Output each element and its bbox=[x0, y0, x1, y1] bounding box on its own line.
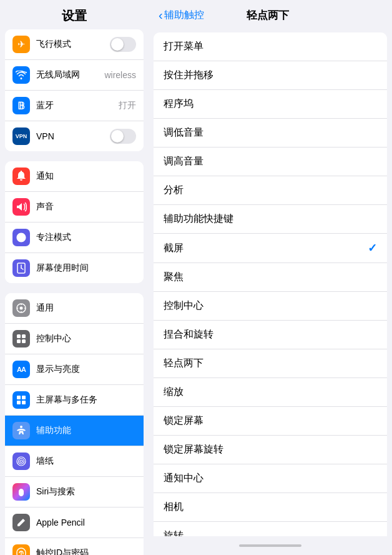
right-item-label-lock-screen: 锁定屏幕 bbox=[164, 414, 377, 428]
right-item-analyze[interactable]: 分析 bbox=[154, 176, 387, 205]
sidebar-item-wifi[interactable]: 无线局域网 wireless bbox=[5, 60, 144, 91]
right-item-lock-screen[interactable]: 锁定屏幕 bbox=[154, 407, 387, 436]
wallpaper-icon bbox=[12, 452, 30, 470]
right-item-vol-up[interactable]: 调高音量 bbox=[154, 148, 387, 176]
sidebar-label-vpn: VPN bbox=[36, 131, 110, 141]
right-item-zoom[interactable]: 缩放 bbox=[154, 378, 387, 407]
right-item-pinch-rotate[interactable]: 捏合和旋转 bbox=[154, 321, 387, 349]
sidebar-label-controlcenter: 控制中心 bbox=[36, 333, 136, 344]
right-item-vol-down[interactable]: 调低音量 bbox=[154, 119, 387, 148]
sidebar-item-wallpaper[interactable]: 墙纸 bbox=[5, 446, 144, 477]
right-item-label-press-drag: 按住并拖移 bbox=[164, 69, 377, 82]
sidebar-label-airplane: 飞行模式 bbox=[36, 39, 110, 50]
screentime-icon bbox=[12, 259, 30, 277]
airplane-icon: ✈ bbox=[12, 36, 30, 53]
sidebar-label-accessibility: 辅助功能 bbox=[36, 425, 136, 436]
right-item-label-analyze: 分析 bbox=[164, 184, 377, 197]
general-icon bbox=[12, 299, 30, 317]
right-item-label-rotate: 旋转 bbox=[164, 529, 377, 536]
wifi-icon bbox=[12, 66, 30, 84]
main-layout: 设置 ✈ 飞行模式 无线局域网 wireless bbox=[0, 0, 392, 555]
right-item-label-camera: 相机 bbox=[164, 501, 377, 514]
sidebar-item-bluetooth[interactable]: 𝔹 蓝牙 打开 bbox=[5, 91, 144, 121]
right-header: ‹ 辅助触控 轻点两下 bbox=[149, 0, 392, 28]
sidebar-group-main: 通用 控制中心 AA 显示与亮度 bbox=[5, 293, 144, 555]
svg-rect-11 bbox=[17, 339, 21, 343]
sound-icon bbox=[12, 198, 30, 216]
sidebar-item-focus[interactable]: 专注模式 bbox=[5, 222, 144, 253]
right-item-screenshot2[interactable]: 截屏✓ bbox=[154, 234, 387, 263]
sidebar-item-touchid[interactable]: 触控ID与密码 bbox=[5, 538, 144, 555]
sidebar-item-notification[interactable]: 通知 bbox=[5, 161, 144, 192]
svg-rect-13 bbox=[17, 396, 21, 399]
sidebar-item-home[interactable]: 主屏幕与多任务 bbox=[5, 385, 144, 416]
sidebar-item-pencil[interactable]: Apple Pencil bbox=[5, 508, 144, 538]
controlcenter-icon bbox=[12, 330, 30, 348]
right-item-label-lock-rotate: 锁定屏幕旋转 bbox=[164, 443, 377, 456]
right-item-label-vol-down: 调低音量 bbox=[164, 126, 377, 139]
right-item-label-screenshot: 程序坞 bbox=[164, 98, 377, 111]
sidebar-label-display: 显示与亮度 bbox=[36, 364, 136, 375]
right-item-lock-rotate[interactable]: 锁定屏幕旋转 bbox=[154, 436, 387, 464]
right-item-label-notification-center: 通知中心 bbox=[164, 472, 377, 485]
right-item-camera[interactable]: 相机 bbox=[154, 493, 387, 522]
back-button[interactable]: ‹ 辅助触控 bbox=[159, 8, 204, 22]
notification-icon bbox=[12, 168, 30, 185]
pencil-icon bbox=[12, 514, 30, 531]
accessibility-icon bbox=[12, 422, 30, 439]
vpn-toggle[interactable] bbox=[110, 129, 136, 144]
sidebar-title: 设置 bbox=[0, 0, 149, 29]
back-chevron-icon: ‹ bbox=[159, 8, 163, 22]
sidebar-item-general[interactable]: 通用 bbox=[5, 293, 144, 324]
right-item-label-focus: 聚焦 bbox=[164, 271, 377, 284]
sidebar-label-wallpaper: 墙纸 bbox=[36, 456, 136, 467]
sidebar-item-controlcenter[interactable]: 控制中心 bbox=[5, 324, 144, 354]
back-label: 辅助触控 bbox=[164, 9, 204, 22]
bottom-bar bbox=[149, 536, 392, 555]
right-item-label-open-menu: 打开菜单 bbox=[164, 40, 377, 53]
checkmark-icon-screenshot2: ✓ bbox=[368, 241, 377, 255]
right-item-screenshot[interactable]: 程序坞 bbox=[154, 90, 387, 119]
wifi-value: wireless bbox=[104, 70, 136, 80]
svg-rect-16 bbox=[22, 401, 26, 404]
focus-icon bbox=[12, 229, 30, 246]
right-item-double-tap[interactable]: 轻点两下 bbox=[154, 349, 387, 378]
sidebar-item-airplane[interactable]: ✈ 飞行模式 bbox=[5, 29, 144, 60]
right-items-group: 打开菜单按住并拖移程序坞调低音量调高音量分析辅助功能快捷键截屏✓聚焦控制中心捏合… bbox=[154, 32, 387, 536]
sidebar-label-bluetooth: 蓝牙 bbox=[36, 100, 119, 111]
right-item-focus[interactable]: 聚焦 bbox=[154, 263, 387, 292]
display-icon: AA bbox=[12, 361, 30, 378]
svg-rect-15 bbox=[17, 401, 21, 404]
sidebar: 设置 ✈ 飞行模式 无线局域网 wireless bbox=[0, 0, 149, 555]
right-item-press-drag[interactable]: 按住并拖移 bbox=[154, 61, 387, 90]
right-item-notification-center[interactable]: 通知中心 bbox=[154, 464, 387, 493]
siri-icon bbox=[12, 483, 30, 501]
sidebar-item-accessibility[interactable]: 辅助功能 bbox=[5, 416, 144, 446]
right-item-open-menu[interactable]: 打开菜单 bbox=[154, 32, 387, 61]
sidebar-item-sound[interactable]: 声音 bbox=[5, 192, 144, 222]
svg-line-2 bbox=[21, 268, 23, 269]
home-icon bbox=[12, 391, 30, 409]
sidebar-label-home: 主屏幕与多任务 bbox=[36, 394, 136, 406]
sidebar-item-screentime[interactable]: 屏幕使用时间 bbox=[5, 253, 144, 283]
right-item-label-screenshot2: 截屏 bbox=[164, 242, 368, 255]
right-item-accessibility-shortcut[interactable]: 辅助功能快捷键 bbox=[154, 205, 387, 234]
sidebar-label-notification: 通知 bbox=[36, 171, 136, 182]
vpn-icon: VPN bbox=[12, 128, 30, 145]
sidebar-label-touchid: 触控ID与密码 bbox=[36, 548, 136, 555]
right-list: 打开菜单按住并拖移程序坞调低音量调高音量分析辅助功能快捷键截屏✓聚焦控制中心捏合… bbox=[149, 28, 392, 536]
right-panel: ‹ 辅助触控 轻点两下 打开菜单按住并拖移程序坞调低音量调高音量分析辅助功能快捷… bbox=[149, 0, 392, 555]
sidebar-item-siri[interactable]: Siri与搜索 bbox=[5, 477, 144, 508]
sidebar-item-display[interactable]: AA 显示与亮度 bbox=[5, 354, 144, 385]
sidebar-item-vpn[interactable]: VPN VPN bbox=[5, 121, 144, 151]
svg-point-17 bbox=[20, 426, 22, 428]
svg-rect-10 bbox=[22, 334, 26, 338]
home-indicator bbox=[239, 544, 301, 547]
airplane-toggle[interactable] bbox=[110, 37, 136, 52]
right-item-rotate[interactable]: 旋转 bbox=[154, 522, 387, 536]
sidebar-group-notifications: 通知 声音 专注模式 bbox=[5, 161, 144, 283]
right-item-control-center[interactable]: 控制中心 bbox=[154, 292, 387, 321]
right-item-label-control-center: 控制中心 bbox=[164, 299, 377, 312]
svg-rect-12 bbox=[22, 339, 26, 343]
sidebar-label-general: 通用 bbox=[36, 302, 136, 314]
